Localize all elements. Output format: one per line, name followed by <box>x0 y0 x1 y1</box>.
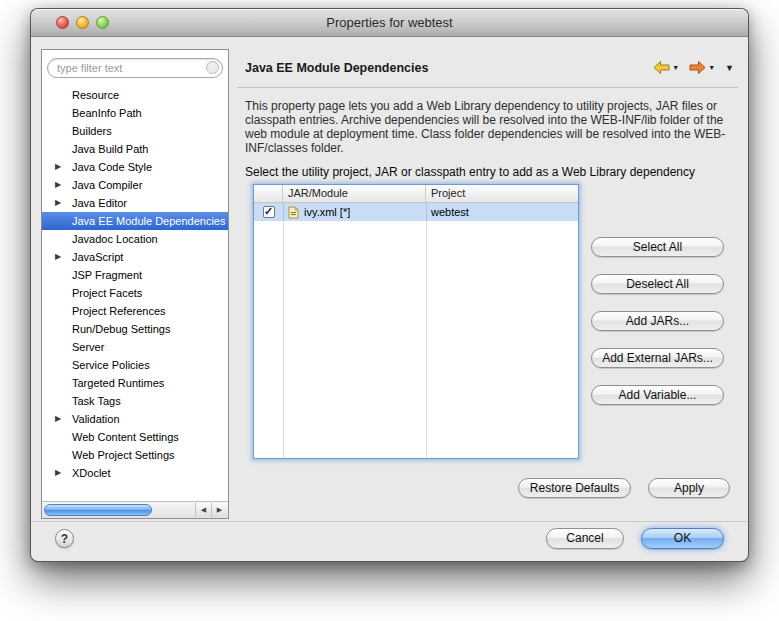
project-cell: webtest <box>426 203 578 221</box>
checkbox-column-header[interactable] <box>254 185 283 202</box>
sidebar-item-web-content-settings[interactable]: Web Content Settings <box>42 428 228 446</box>
sidebar-item-label: Server <box>72 341 104 353</box>
close-button[interactable] <box>56 16 69 29</box>
expander-icon[interactable]: ▶ <box>55 410 61 428</box>
sidebar-item-xdoclet[interactable]: ▶XDoclet <box>42 464 228 482</box>
sidebar-item-project-references[interactable]: Project References <box>42 302 228 320</box>
sidebar-item-label: JavaScript <box>72 251 123 263</box>
table-row[interactable]: ✓ ivy.xml [*] webtest <box>254 203 578 221</box>
sidebar-item-java-compiler[interactable]: ▶Java Compiler <box>42 176 228 194</box>
sidebar-item-label: Java Code Style <box>72 161 152 173</box>
column-gridline <box>426 203 427 458</box>
column-gridline <box>283 203 284 458</box>
expander-icon[interactable]: ▶ <box>55 158 61 176</box>
forward-dropdown-icon[interactable]: ▼ <box>708 64 715 71</box>
cancel-button[interactable]: Cancel <box>546 528 624 549</box>
sidebar-item-label: Validation <box>72 413 120 425</box>
filter-input[interactable] <box>47 58 223 78</box>
sidebar-item-label: Project References <box>72 305 166 317</box>
forward-button[interactable]: ▼ <box>689 61 715 74</box>
expander-icon[interactable]: ▶ <box>55 248 61 266</box>
jar-module-text: ivy.xml [*] <box>304 203 350 221</box>
horizontal-scrollbar[interactable]: ◀ ▶ <box>42 501 228 518</box>
sidebar-item-label: Web Content Settings <box>72 431 179 443</box>
properties-sidebar: Resource BeanInfo Path Builders Java Bui… <box>41 49 229 519</box>
back-button[interactable]: ▼ <box>653 61 679 74</box>
window-title: Properties for webtest <box>31 9 748 36</box>
expander-icon[interactable]: ▶ <box>55 194 61 212</box>
expander-icon[interactable]: ▶ <box>55 464 61 482</box>
add-jars-button[interactable]: Add JARs... <box>591 311 724 331</box>
sidebar-item-jsp-fragment[interactable]: JSP Fragment <box>42 266 228 284</box>
jar-module-column-header[interactable]: JAR/Module <box>283 185 426 202</box>
page-title: Java EE Module Dependencies <box>245 61 428 75</box>
sidebar-item-resource[interactable]: Resource <box>42 86 228 104</box>
sidebar-item-server[interactable]: Server <box>42 338 228 356</box>
sidebar-item-label: Builders <box>72 125 112 137</box>
scrollbar-arrows: ◀ ▶ <box>195 503 227 517</box>
sidebar-item-beaninfo-path[interactable]: BeanInfo Path <box>42 104 228 122</box>
back-dropdown-icon[interactable]: ▼ <box>672 64 679 71</box>
sidebar-item-targeted-runtimes[interactable]: Targeted Runtimes <box>42 374 228 392</box>
sidebar-item-label: XDoclet <box>72 467 111 479</box>
restore-defaults-button[interactable]: Restore Defaults <box>518 478 631 498</box>
select-all-button[interactable]: Select All <box>591 237 724 257</box>
filter-field[interactable] <box>47 58 223 78</box>
row-checkbox[interactable]: ✓ <box>263 206 275 218</box>
back-arrow-icon <box>653 61 670 74</box>
sidebar-item-label: Resource <box>72 89 119 101</box>
sidebar-item-label: Javadoc Location <box>72 233 158 245</box>
clear-filter-icon[interactable] <box>206 61 219 74</box>
ok-button[interactable]: OK <box>641 528 724 549</box>
sidebar-item-service-policies[interactable]: Service Policies <box>42 356 228 374</box>
sidebar-item-java-build-path[interactable]: Java Build Path <box>42 140 228 158</box>
apply-button[interactable]: Apply <box>648 478 730 498</box>
sidebar-item-project-facets[interactable]: Project Facets <box>42 284 228 302</box>
sidebar-item-validation[interactable]: ▶Validation <box>42 410 228 428</box>
sidebar-item-java-editor[interactable]: ▶Java Editor <box>42 194 228 212</box>
check-icon: ✓ <box>264 206 273 216</box>
sidebar-item-java-ee-module-dependencies[interactable]: Java EE Module Dependencies <box>42 212 228 230</box>
sidebar-item-java-code-style[interactable]: ▶Java Code Style <box>42 158 228 176</box>
properties-dialog: Properties for webtest Resource BeanInfo… <box>30 8 749 562</box>
sidebar-item-label: Project Facets <box>72 287 142 299</box>
header-separator <box>237 87 738 88</box>
view-menu-icon: ▼ <box>725 63 734 73</box>
checkbox-cell: ✓ <box>254 203 283 221</box>
title-bar[interactable]: Properties for webtest <box>31 9 748 37</box>
jar-module-cell: ivy.xml [*] <box>283 203 426 221</box>
sidebar-item-label: Task Tags <box>72 395 121 407</box>
sidebar-item-task-tags[interactable]: Task Tags <box>42 392 228 410</box>
project-column-header[interactable]: Project <box>426 185 578 202</box>
sidebar-item-web-project-settings[interactable]: Web Project Settings <box>42 446 228 464</box>
footer-separator <box>31 521 748 523</box>
sidebar-item-javascript[interactable]: ▶JavaScript <box>42 248 228 266</box>
scroll-left-arrow[interactable]: ◀ <box>195 503 211 517</box>
zoom-button[interactable] <box>96 16 109 29</box>
sidebar-item-label: BeanInfo Path <box>72 107 142 119</box>
forward-arrow-icon <box>689 61 706 74</box>
properties-tree: Resource BeanInfo Path Builders Java Bui… <box>42 86 228 500</box>
minimize-button[interactable] <box>76 16 89 29</box>
deselect-all-button[interactable]: Deselect All <box>591 274 724 294</box>
expander-icon[interactable]: ▶ <box>55 176 61 194</box>
add-external-jars-button[interactable]: Add External JARs... <box>591 348 724 368</box>
sidebar-item-label: Targeted Runtimes <box>72 377 164 389</box>
help-button[interactable]: ? <box>55 529 74 548</box>
module-file-icon <box>287 206 300 219</box>
project-text: webtest <box>431 206 469 218</box>
sidebar-item-label: Java Editor <box>72 197 127 209</box>
add-variable-button[interactable]: Add Variable... <box>591 385 724 405</box>
select-instruction: Select the utility project, JAR or class… <box>245 165 695 179</box>
sidebar-item-label: Java Compiler <box>72 179 142 191</box>
sidebar-item-builders[interactable]: Builders <box>42 122 228 140</box>
scroll-right-arrow[interactable]: ▶ <box>211 503 227 517</box>
nav-controls: ▼ ▼ ▼ <box>653 61 734 74</box>
sidebar-item-javadoc-location[interactable]: Javadoc Location <box>42 230 228 248</box>
sidebar-item-label: Web Project Settings <box>72 449 175 461</box>
scrollbar-thumb[interactable] <box>44 504 152 516</box>
sidebar-item-label: Run/Debug Settings <box>72 323 170 335</box>
sidebar-item-run-debug-settings[interactable]: Run/Debug Settings <box>42 320 228 338</box>
sidebar-item-label: Java EE Module Dependencies <box>72 215 225 227</box>
view-menu-button[interactable]: ▼ <box>725 63 734 73</box>
